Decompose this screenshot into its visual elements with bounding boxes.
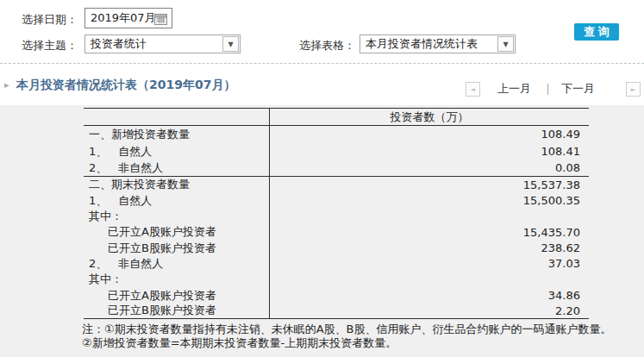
table-row: 已开立B股账户投资者 2.20 <box>84 304 589 319</box>
table-row: 2、 非自然人 37.03 <box>84 256 589 272</box>
prev-month-arrow-button[interactable]: ◄ <box>466 82 480 97</box>
row-label: 已开立B股账户投资者 <box>84 304 270 318</box>
row-label: 已开立A股账户投资者 <box>84 224 270 240</box>
chevron-down-icon[interactable]: ▼ <box>222 36 239 52</box>
date-select-label: 选择日期： <box>22 12 78 28</box>
topic-select-label: 选择主题： <box>22 38 78 53</box>
next-month-arrow-button[interactable]: ► <box>626 82 641 97</box>
row-label: 二、期末投资者数量 <box>84 177 270 192</box>
table-row: 已开立B股账户投资者 238.62 <box>84 240 589 255</box>
table-header-row: 投资者数（万） <box>84 109 589 126</box>
query-button[interactable]: 查 询 <box>574 23 619 41</box>
table-select-value: 本月投资者情况统计表 <box>366 35 478 53</box>
table-select-label: 选择表格： <box>299 38 355 53</box>
row-value: 108.49 <box>270 126 589 143</box>
row-value: 34.86 <box>270 287 589 303</box>
row-label: 2、 非自然人 <box>84 160 270 176</box>
topic-select[interactable]: 投资者统计 ▼ <box>84 34 241 53</box>
calendar-icon[interactable] <box>154 12 167 28</box>
row-label: 1、 自然人 <box>84 192 270 208</box>
title-bullet-icon: ▸ <box>4 79 9 91</box>
next-month-link[interactable]: 下一月 <box>561 81 595 97</box>
row-label: 1、 自然人 <box>84 143 270 160</box>
row-value <box>270 272 589 287</box>
page-title: 本月投资者情况统计表（2019年07月） <box>16 78 235 93</box>
table-header-value-cell: 投资者数（万） <box>270 109 589 125</box>
row-label: 其中： <box>84 272 270 287</box>
table-select[interactable]: 本月投资者情况统计表 ▼ <box>360 34 516 53</box>
investor-stats-table: 投资者数（万） 一、新增投资者数量 108.49 1、 自然人 108.41 2… <box>84 108 589 319</box>
table-row: 已开立A股账户投资者 34.86 <box>84 287 589 303</box>
row-value: 15,500.35 <box>270 192 589 208</box>
table-row: 已开立A股账户投资者 15,435.70 <box>84 224 589 240</box>
table-row: 1、 自然人 108.41 <box>84 143 589 160</box>
table-row: 二、期末投资者数量 15,537.38 <box>84 177 589 192</box>
footnote: 注：①期末投资者数量指持有未注销、未休眠的A股、B股、信用账户、衍生品合约账户的… <box>82 323 613 350</box>
row-value: 2.20 <box>270 304 589 318</box>
row-label: 已开立B股账户投资者 <box>84 240 270 255</box>
dashed-divider <box>0 63 644 64</box>
row-value: 108.41 <box>270 143 589 160</box>
chevron-down-icon[interactable]: ▼ <box>497 36 514 52</box>
table-row: 一、新增投资者数量 108.49 <box>84 126 589 143</box>
table-row: 其中： <box>84 209 589 224</box>
row-label: 2、 非自然人 <box>84 256 270 272</box>
table-row: 1、 自然人 15,500.35 <box>84 192 589 208</box>
prev-month-link[interactable]: 上一月 <box>497 81 531 97</box>
topic-select-value: 投资者统计 <box>91 35 147 53</box>
row-value: 15,537.38 <box>270 177 589 192</box>
date-input-value: 2019年07月 <box>91 9 156 28</box>
date-input[interactable]: 2019年07月 <box>84 8 172 28</box>
row-value: 37.03 <box>270 256 589 272</box>
row-value: 238.62 <box>270 240 589 255</box>
row-value: 15,435.70 <box>270 224 589 240</box>
row-value <box>270 209 589 224</box>
table-row: 2、 非自然人 0.08 <box>84 160 589 177</box>
nav-divider: ｜ <box>542 81 553 97</box>
table-header-empty-cell <box>84 109 270 125</box>
row-value: 0.08 <box>270 160 589 176</box>
table-body: 一、新增投资者数量 108.49 1、 自然人 108.41 2、 非自然人 0… <box>84 126 589 319</box>
table-row: 其中： <box>84 272 589 287</box>
row-label: 一、新增投资者数量 <box>84 126 270 143</box>
row-label: 已开立A股账户投资者 <box>84 287 270 303</box>
row-label: 其中： <box>84 209 270 224</box>
